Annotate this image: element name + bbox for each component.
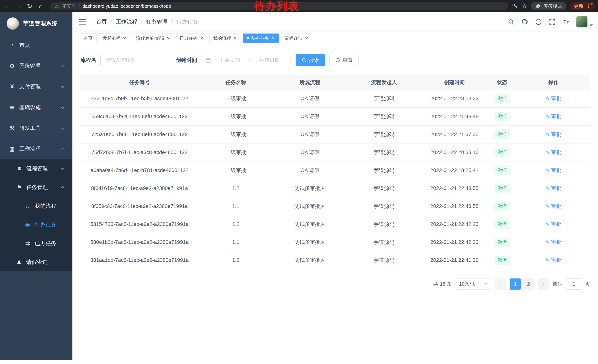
- table-row: a6aba0a4-7b6d-11ec-b781-acde48001122一级审批…: [80, 162, 590, 179]
- sidebar-item-任务管理[interactable]: ⚑任务管理: [0, 178, 72, 197]
- approve-link[interactable]: ✎审批: [545, 239, 562, 246]
- sidebar-item-工作流程[interactable]: ▦工作流程: [0, 138, 72, 159]
- breadcrumb-item-1[interactable]: 首页: [96, 18, 107, 25]
- edit-pen-icon: ✎: [545, 132, 549, 138]
- reload-icon[interactable]: ↻: [24, 0, 35, 12]
- end-date-placeholder: 结束日期: [252, 57, 287, 64]
- process-name-input[interactable]: [100, 54, 169, 66]
- sidebar-item-首页[interactable]: ◔首页: [0, 35, 72, 56]
- bookmark-star-icon[interactable]: ☆: [522, 0, 527, 12]
- sidebar-item-我的流程[interactable]: ☺我的流程: [0, 197, 72, 215]
- breadcrumb-item-2[interactable]: 工作流程: [116, 18, 137, 25]
- password-key-icon[interactable]: [512, 3, 518, 9]
- approve-link[interactable]: ✎审批: [545, 95, 562, 102]
- cell-task-name: 1.2: [199, 185, 273, 191]
- sidebar-item-系统管理[interactable]: ⚙系统管理: [0, 56, 72, 76]
- back-icon[interactable]: ←: [2, 0, 13, 12]
- tab-close-icon[interactable]: ×: [305, 36, 308, 41]
- tab-首页[interactable]: 首页: [80, 33, 97, 43]
- tab-发起流程[interactable]: 发起流程×: [99, 33, 130, 43]
- cell-status: 激活: [488, 166, 516, 175]
- approve-link[interactable]: ✎审批: [545, 167, 562, 174]
- forward-icon[interactable]: →: [13, 0, 24, 12]
- collapse-sidebar-icon[interactable]: [78, 18, 86, 25]
- page-button-2[interactable]: 2: [523, 278, 534, 290]
- github-icon[interactable]: [521, 18, 528, 25]
- tab-label: 待办任务: [251, 35, 269, 41]
- svg-text:T: T: [567, 21, 569, 24]
- tab-流程表单-编辑[interactable]: 流程表单-编辑×: [132, 33, 174, 43]
- sidebar-item-已办任务[interactable]: ⇉已办任务: [0, 234, 72, 253]
- tab-已办任务[interactable]: 已办任务×: [176, 33, 207, 43]
- tab-close-icon[interactable]: ×: [123, 36, 126, 41]
- browser-menu-dots-icon[interactable]: ⋮: [586, 3, 591, 9]
- prev-page-button[interactable]: ‹: [495, 278, 506, 290]
- next-page-button[interactable]: ›: [538, 278, 549, 290]
- cell-status: 激活: [488, 112, 516, 121]
- page-size-select[interactable]: 10条/页: [456, 278, 491, 290]
- tab-我的流程[interactable]: 我的流程×: [209, 33, 241, 43]
- app-logo-row[interactable]: 芋道管理系统: [0, 12, 72, 35]
- approve-link[interactable]: ✎审批: [545, 203, 562, 210]
- approve-link[interactable]: ✎审批: [545, 113, 562, 120]
- sidebar-item-请假查询[interactable]: ♟请假查询: [0, 253, 72, 271]
- create-time-label: 创建时间: [176, 57, 197, 64]
- edit-pen-icon: ✎: [545, 257, 549, 263]
- sidebar-item-label: 任务管理: [26, 184, 48, 191]
- search-button-label: 搜索: [309, 57, 319, 64]
- sidebar-item-流程管理[interactable]: ≡流程管理: [0, 159, 72, 178]
- fullscreen-icon[interactable]: [549, 18, 556, 25]
- date-range-separator: -: [249, 57, 251, 63]
- status-badge: 激活: [494, 166, 510, 175]
- status-badge: 激活: [494, 256, 510, 265]
- tab-close-icon[interactable]: ×: [167, 36, 170, 41]
- page-url: dashboard.yudao.iocoder.cn/bpm/task/todo: [83, 4, 171, 9]
- tab-流程详情[interactable]: 流程详情×: [281, 33, 312, 43]
- cell-action: ✎审批: [516, 149, 590, 156]
- cell-action: ✎审批: [516, 113, 590, 120]
- home-icon[interactable]: ⌂: [35, 0, 46, 12]
- status-badge: 激活: [494, 202, 510, 211]
- tab-close-icon[interactable]: ×: [200, 36, 203, 41]
- breadcrumb-item-3[interactable]: 任务管理: [146, 18, 168, 25]
- sidebar-item-支付管理[interactable]: ¥支付管理: [0, 76, 72, 97]
- update-browser-button[interactable]: 更新 ⋮: [570, 2, 595, 10]
- workflow-icon: ▦: [8, 146, 16, 152]
- approve-link[interactable]: ✎审批: [545, 149, 562, 156]
- chevron-down-icon: [484, 283, 488, 285]
- sidebar-item-研发工具[interactable]: ⚒研发工具: [0, 118, 72, 138]
- reset-button[interactable]: 重置: [329, 54, 359, 66]
- approve-link[interactable]: ✎审批: [545, 257, 562, 264]
- tab-待办任务[interactable]: 待办任务×: [243, 33, 278, 43]
- font-size-icon[interactable]: T T: [562, 18, 569, 25]
- cell-task-name: 一级审批: [199, 149, 273, 156]
- approve-link[interactable]: ✎审批: [545, 185, 562, 192]
- goto-page-input[interactable]: [565, 278, 582, 290]
- cell-task-name: 一级审批: [199, 131, 273, 138]
- approve-label: 审批: [551, 131, 562, 138]
- not-secure-warning-icon: ⚠: [55, 3, 59, 9]
- cell-starter: 芋道源码: [347, 95, 421, 102]
- cell-task-id: 069c6a63-7b8a-11ec-8ef0-acde48001122: [80, 113, 199, 119]
- cell-create-time: 2022-01-21 22:41:29: [421, 257, 488, 263]
- approve-link[interactable]: ✎审批: [545, 131, 562, 138]
- cell-action: ✎审批: [516, 95, 590, 102]
- page-content: 流程名 创建时间 开始日期 - 结束日期 搜索: [72, 45, 598, 290]
- search-button[interactable]: 搜索: [296, 54, 325, 66]
- help-icon[interactable]: ?: [535, 18, 542, 25]
- tab-close-icon[interactable]: ×: [234, 36, 237, 41]
- sidebar-item-待办任务[interactable]: ◉待办任务: [0, 215, 72, 234]
- user-avatar-menu[interactable]: [576, 16, 593, 28]
- sidebar-item-基础设施[interactable]: ▤基础设施: [0, 97, 72, 118]
- page-button-1[interactable]: 1: [510, 278, 521, 290]
- approve-link[interactable]: ✎审批: [545, 221, 562, 228]
- tab-close-icon[interactable]: ×: [272, 36, 274, 41]
- status-badge: 激活: [494, 94, 510, 103]
- search-icon[interactable]: [507, 18, 515, 25]
- status-badge: 激活: [494, 220, 510, 229]
- reset-refresh-icon: [335, 57, 340, 63]
- sidebar-item-label: 支付管理: [19, 83, 41, 90]
- tab-label: 已办任务: [180, 35, 198, 41]
- date-range-picker[interactable]: 开始日期 - 结束日期: [201, 54, 291, 66]
- goto-label: 前往: [553, 281, 563, 287]
